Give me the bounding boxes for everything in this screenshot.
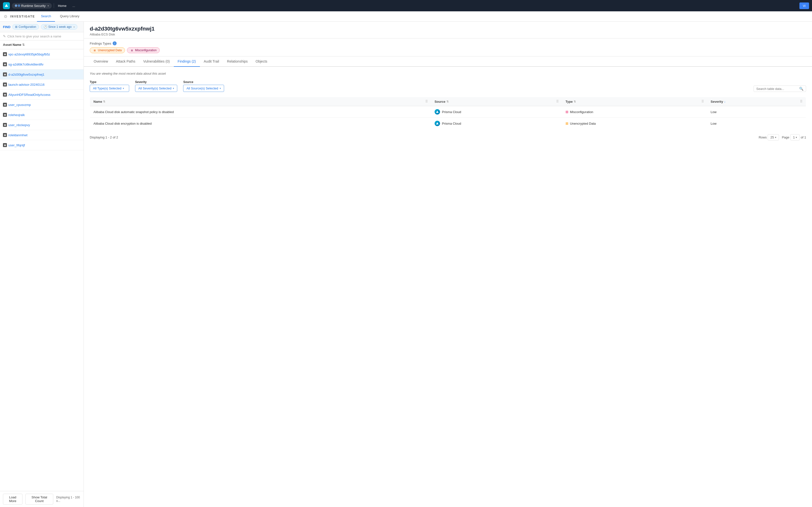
search-name-icon: ✎: [3, 34, 6, 38]
type-filter-select[interactable]: All Type(s) Selected ▾: [90, 85, 129, 92]
tab-findings[interactable]: Findings (2): [174, 56, 200, 67]
type-col-drag-icon[interactable]: ⠿: [701, 100, 704, 104]
search-name-bar[interactable]: ✎ Click here to give your search a name: [0, 32, 84, 40]
list-item[interactable]: ▣ vpc-a2dxvq48935pk5bqyfb5z: [0, 49, 84, 59]
prisma-cloud-icon: [435, 109, 440, 115]
rows-per-page-select[interactable]: 25 ▾: [768, 134, 779, 140]
list-item[interactable]: ▣ user_nbckepvy: [0, 120, 84, 130]
sidebar-toolbar: FIND ⊞ Configuration 🕐 Since 1 week ago …: [0, 22, 84, 32]
list-item[interactable]: ▣ user_fifqntjf: [0, 140, 84, 150]
search-name-placeholder: Click here to give your search a name: [7, 35, 61, 38]
type-filter-label: Type: [90, 80, 129, 84]
col-name-label: Name: [93, 100, 102, 104]
config-badge[interactable]: ⊞ Configuration: [12, 24, 39, 30]
config-icon: ⊞: [15, 25, 17, 29]
severity-filter-value: All Severity(s) Selected: [138, 87, 171, 90]
page-number-select[interactable]: 1 ▾: [790, 134, 800, 140]
name-sort-button[interactable]: ⇅: [103, 100, 105, 103]
tab-objects[interactable]: Objects: [252, 56, 271, 67]
pagination: Rows 25 ▾ Page 1 ▾ of 1: [759, 134, 806, 140]
source-filter-select[interactable]: All Source(s) Selected ▾: [183, 85, 224, 92]
type-value: Unencrypted Data: [570, 122, 596, 125]
vi-button[interactable]: Vi: [800, 2, 809, 9]
col-source: Source ⇅ ⠿: [431, 97, 562, 106]
load-more-button[interactable]: Load More: [3, 494, 22, 505]
list-item[interactable]: ▣ AliyunHDFSReadOnlyAccess: [0, 90, 84, 100]
displaying-count: Displaying 1 - 100 o...: [56, 496, 81, 503]
col-severity: Severity ↓ ⠿: [707, 97, 806, 106]
find-button[interactable]: FIND: [3, 25, 10, 29]
asset-name: d-a2d30tg6vw5xzxpfnwj1: [8, 73, 44, 76]
type-filter-value: All Type(s) Selected: [93, 87, 121, 90]
finding-source-cell: Prisma Cloud: [431, 118, 562, 129]
col-severity-label: Severity: [711, 100, 723, 104]
rows-select: Rows 25 ▾: [759, 134, 779, 140]
severity-sort-button[interactable]: ↓: [724, 100, 725, 103]
panel-subtitle: Alibaba ECS Disk: [90, 33, 806, 36]
tab-attack-paths[interactable]: Attack Paths: [112, 56, 139, 67]
finding-name: Alibaba Cloud disk automatic snapshot po…: [93, 110, 174, 114]
tab-query-library[interactable]: Query Library: [56, 11, 83, 22]
asset-notice: You are viewing the most recent data abo…: [90, 72, 806, 75]
tab-vulnerabilities[interactable]: Vulnerabilities (0): [139, 56, 174, 67]
misconfiguration-badge[interactable]: ⊞ Misconfiguration: [127, 47, 160, 53]
source-name: Prisma Cloud: [442, 122, 461, 125]
list-item[interactable]: ▣ launch-advisor-20240116: [0, 79, 84, 90]
list-item[interactable]: ▣ rolehexjralk: [0, 110, 84, 120]
list-item[interactable]: ▣ user_cpusvzmp: [0, 100, 84, 110]
tab-audit-trail[interactable]: Audit Trail: [200, 56, 223, 67]
info-icon[interactable]: i: [113, 41, 116, 45]
nav-separator: [54, 3, 54, 8]
source-sort-button[interactable]: ⇅: [446, 100, 449, 103]
logo[interactable]: [3, 2, 10, 9]
asset-icon: ▣: [3, 123, 7, 127]
show-total-count-button[interactable]: Show Total Count: [26, 494, 53, 505]
list-item-active[interactable]: ▣ d-a2d30tg6vw5xzxpfnwj1: [0, 69, 84, 79]
asset-name: user_fifqntjf: [8, 144, 25, 147]
table-row[interactable]: Alibaba Cloud disk automatic snapshot po…: [90, 106, 806, 118]
filters-row: Type All Type(s) Selected ▾ Severity All…: [90, 80, 806, 92]
source-filter-value: All Source(s) Selected: [186, 87, 218, 90]
table-search-input[interactable]: [756, 87, 798, 91]
table-footer: Displaying 1 - 2 of 2 Rows 25 ▾ Page 1: [90, 134, 806, 140]
tab-overview[interactable]: Overview: [90, 56, 112, 67]
source-col-drag-icon[interactable]: ⠿: [556, 100, 559, 104]
brand-icon: [15, 4, 20, 7]
name-col-drag-icon[interactable]: ⠿: [425, 100, 428, 104]
sidebar-footer: Load More Show Total Count Displaying 1 …: [0, 491, 84, 507]
table-row[interactable]: Alibaba Cloud disk encryption is disable…: [90, 118, 806, 129]
asset-icon: ▣: [3, 72, 7, 76]
asset-name: rolehexjralk: [8, 113, 24, 117]
brand-badge[interactable]: Runtime Security ▾: [12, 3, 52, 9]
misconfig-badge-label: Misconfiguration: [135, 49, 157, 52]
list-item[interactable]: ▣ roleldanmhwt: [0, 130, 84, 140]
asset-icon: ▣: [3, 143, 7, 147]
type-filter-chevron-icon: ▾: [123, 87, 124, 90]
tab-relationships[interactable]: Relationships: [223, 56, 252, 67]
asset-name-label: Asset Name: [3, 43, 21, 47]
severity-value: Low: [711, 122, 717, 125]
page-select: Page 1 ▾ of 1: [782, 134, 806, 140]
tab-search[interactable]: Search: [37, 11, 55, 22]
asset-icon: ▣: [3, 103, 7, 107]
severity-col-drag-icon[interactable]: ⠿: [800, 100, 802, 104]
list-item[interactable]: ▣ sg-a2d6tk7ci6kvk8ien8fv: [0, 59, 84, 69]
type-value: Misconfiguration: [570, 110, 593, 114]
type-sort-button[interactable]: ⇅: [574, 100, 576, 103]
right-panel: d-a2d30tg6vw5xzxpfnwj1 Alibaba ECS Disk …: [84, 22, 812, 507]
rows-label: Rows: [759, 135, 767, 139]
table-search[interactable]: 🔍: [754, 86, 806, 92]
severity-filter-select[interactable]: All Severity(s) Selected ▾: [135, 85, 177, 92]
source-filter-chevron-icon: ▾: [220, 87, 221, 90]
time-badge[interactable]: 🕐 Since 1 week ago ▾: [41, 24, 78, 30]
more-nav-link[interactable]: ...: [70, 3, 77, 9]
asset-sort-icon[interactable]: ⇅: [22, 43, 24, 47]
asset-icon: ▣: [3, 62, 7, 66]
home-nav-link[interactable]: Home: [56, 3, 68, 9]
table-search-icon: 🔍: [799, 87, 803, 91]
source-filter-label: Source: [183, 80, 224, 84]
page-value: 1: [793, 135, 795, 139]
severity-value: Low: [711, 110, 717, 114]
unencrypted-data-badge[interactable]: ⊠ Unencrypted Data: [90, 47, 125, 53]
unencrypted-badge-icon: ⊠: [93, 49, 96, 52]
